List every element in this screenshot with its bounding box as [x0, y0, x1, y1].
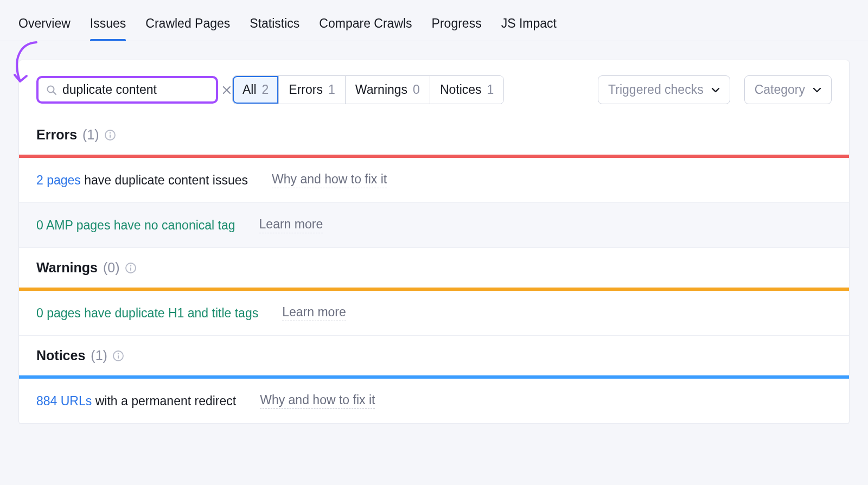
segment-errors[interactable]: Errors 1: [279, 76, 345, 104]
svg-point-5: [109, 132, 111, 133]
section-header-notices: Notices (1): [19, 336, 849, 375]
chevron-down-icon: [813, 87, 821, 93]
search-icon: [46, 85, 57, 95]
svg-rect-12: [118, 355, 119, 359]
tab-crawled-pages[interactable]: Crawled Pages: [145, 10, 230, 41]
tab-overview[interactable]: Overview: [18, 10, 71, 41]
segment-count: 1: [328, 82, 335, 97]
segment-all[interactable]: All 2: [233, 76, 279, 104]
segment-label: All: [242, 82, 257, 97]
section-count: (1): [82, 127, 99, 143]
chevron-down-icon: [711, 87, 720, 93]
segment-label: Notices: [440, 82, 482, 97]
section-header-warnings: Warnings (0): [19, 248, 849, 288]
issue-row[interactable]: 0 pages have duplicate H1 and title tags…: [19, 291, 849, 336]
search-box[interactable]: [36, 76, 218, 104]
dropdown-triggered-checks[interactable]: Triggered checks: [598, 75, 730, 104]
svg-point-8: [130, 265, 131, 266]
clear-icon[interactable]: [222, 86, 231, 94]
issue-text: have duplicate content issues: [81, 173, 248, 187]
issue-row[interactable]: 0 AMP pages have no canonical tag Learn …: [19, 203, 849, 248]
info-icon[interactable]: [105, 130, 116, 141]
svg-rect-6: [110, 135, 111, 138]
top-nav: Overview Issues Crawled Pages Statistics…: [0, 0, 868, 41]
issue-link[interactable]: 0 AMP pages have no canonical tag: [36, 218, 235, 232]
section-header-errors: Errors (1): [19, 115, 849, 155]
section-title: Errors: [36, 127, 77, 143]
issue-link[interactable]: 0 pages have duplicate H1 and title tags: [36, 306, 258, 320]
issue-link[interactable]: 884 URLs: [36, 394, 92, 408]
learn-more-link[interactable]: Learn more: [282, 305, 346, 321]
segment-warnings[interactable]: Warnings 0: [346, 76, 430, 104]
section-count: (1): [91, 348, 107, 363]
segment-label: Errors: [289, 82, 323, 97]
issue-link[interactable]: 2 pages: [36, 173, 81, 187]
tab-issues[interactable]: Issues: [90, 10, 126, 41]
issue-row[interactable]: 884 URLs with a permanent redirect Why a…: [19, 379, 849, 424]
search-input[interactable]: [62, 82, 222, 97]
tab-js-impact[interactable]: JS Impact: [501, 10, 557, 41]
segment-notices[interactable]: Notices 1: [430, 76, 504, 104]
dropdown-category[interactable]: Category: [744, 75, 832, 104]
segment-label: Warnings: [355, 82, 407, 97]
svg-line-1: [53, 92, 56, 94]
svg-point-11: [118, 353, 119, 354]
issue-row[interactable]: 2 pages have duplicate content issues Wh…: [19, 158, 849, 203]
toolbar: All 2 Errors 1 Warnings 0 Notices 1 Trig…: [19, 60, 849, 115]
fix-link[interactable]: Why and how to fix it: [260, 393, 375, 409]
section-count: (0): [103, 260, 120, 276]
fix-link[interactable]: Why and how to fix it: [272, 172, 387, 188]
issue-text: with a permanent redirect: [92, 394, 236, 408]
tab-progress[interactable]: Progress: [432, 10, 482, 41]
tab-statistics[interactable]: Statistics: [250, 10, 299, 41]
segment-count: 2: [262, 82, 269, 97]
filter-segments: All 2 Errors 1 Warnings 0 Notices 1: [232, 75, 504, 104]
tab-compare-crawls[interactable]: Compare Crawls: [319, 10, 412, 41]
learn-more-link[interactable]: Learn more: [259, 217, 323, 233]
dropdown-label: Category: [755, 82, 805, 97]
section-title: Notices: [36, 348, 85, 363]
issues-card: All 2 Errors 1 Warnings 0 Notices 1 Trig…: [18, 60, 850, 424]
segment-count: 1: [487, 82, 494, 97]
dropdown-label: Triggered checks: [608, 82, 704, 97]
svg-rect-9: [130, 267, 131, 271]
segment-count: 0: [413, 82, 420, 97]
info-icon[interactable]: [125, 263, 136, 273]
section-title: Warnings: [36, 260, 98, 276]
info-icon[interactable]: [113, 350, 124, 361]
